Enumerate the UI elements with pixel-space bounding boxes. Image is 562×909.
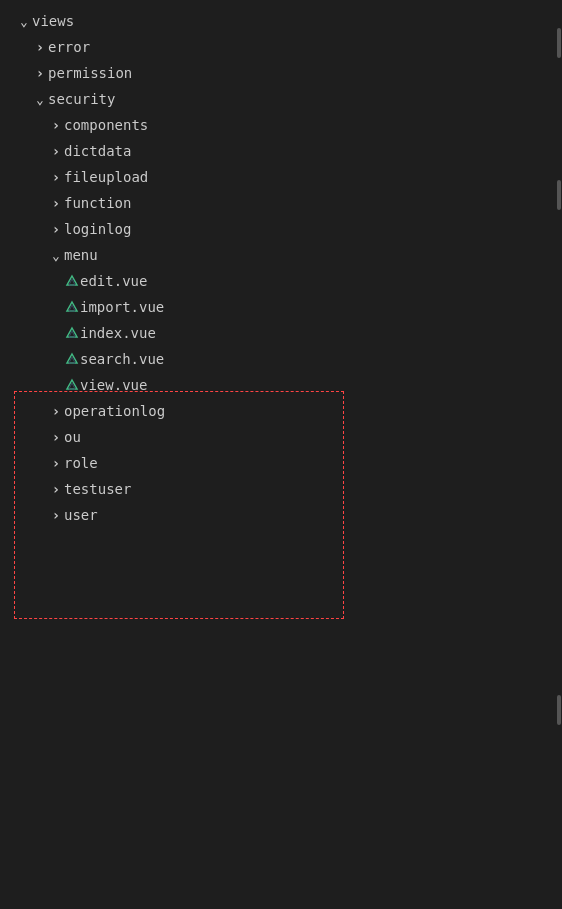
- vue-file-icon: [64, 377, 80, 393]
- chevron-right-icon: [48, 455, 64, 471]
- chevron-right-icon: [32, 65, 48, 81]
- vue-file-icon: [64, 351, 80, 367]
- chevron-down-icon: [32, 91, 48, 107]
- chevron-right-icon: [48, 117, 64, 133]
- tree-item-import-vue[interactable]: import.vue: [0, 294, 562, 320]
- item-label-role: role: [64, 455, 98, 471]
- item-label-index-vue: index.vue: [80, 325, 156, 341]
- item-label-search-vue: search.vue: [80, 351, 164, 367]
- chevron-right-icon: [48, 143, 64, 159]
- chevron-right-icon: [48, 195, 64, 211]
- tree-item-components[interactable]: components: [0, 112, 562, 138]
- chevron-right-icon: [48, 221, 64, 237]
- svg-marker-8: [67, 380, 77, 389]
- scrollbar-track[interactable]: [556, 0, 562, 909]
- file-tree: views error permission security componen…: [0, 0, 562, 909]
- item-label-views: views: [32, 13, 74, 29]
- tree-item-function[interactable]: function: [0, 190, 562, 216]
- tree-item-dictdata[interactable]: dictdata: [0, 138, 562, 164]
- item-label-menu: menu: [64, 247, 98, 263]
- chevron-right-icon: [32, 39, 48, 55]
- scrollbar-thumb-3[interactable]: [557, 695, 561, 725]
- tree-item-role[interactable]: role: [0, 450, 562, 476]
- chevron-right-icon: [48, 403, 64, 419]
- vue-file-icon: [64, 299, 80, 315]
- item-label-testuser: testuser: [64, 481, 131, 497]
- chevron-right-icon: [48, 169, 64, 185]
- tree-item-fileupload[interactable]: fileupload: [0, 164, 562, 190]
- item-label-operationlog: operationlog: [64, 403, 165, 419]
- tree-item-view-vue[interactable]: view.vue: [0, 372, 562, 398]
- scrollbar-thumb-1[interactable]: [557, 28, 561, 58]
- item-label-permission: permission: [48, 65, 132, 81]
- tree-item-user[interactable]: user: [0, 502, 562, 528]
- svg-marker-4: [67, 328, 77, 337]
- tree-item-loginlog[interactable]: loginlog: [0, 216, 562, 242]
- svg-marker-6: [67, 354, 77, 363]
- item-label-error: error: [48, 39, 90, 55]
- item-label-edit-vue: edit.vue: [80, 273, 147, 289]
- tree-item-testuser[interactable]: testuser: [0, 476, 562, 502]
- item-label-loginlog: loginlog: [64, 221, 131, 237]
- item-label-import-vue: import.vue: [80, 299, 164, 315]
- item-label-function: function: [64, 195, 131, 211]
- tree-item-security[interactable]: security: [0, 86, 562, 112]
- item-label-components: components: [64, 117, 148, 133]
- tree-item-search-vue[interactable]: search.vue: [0, 346, 562, 372]
- tree-item-operationlog[interactable]: operationlog: [0, 398, 562, 424]
- scrollbar-thumb-2[interactable]: [557, 180, 561, 210]
- item-label-user: user: [64, 507, 98, 523]
- tree-item-error[interactable]: error: [0, 34, 562, 60]
- tree-item-menu[interactable]: menu: [0, 242, 562, 268]
- vue-file-icon: [64, 325, 80, 341]
- svg-marker-2: [67, 302, 77, 311]
- item-label-dictdata: dictdata: [64, 143, 131, 159]
- chevron-down-icon: [48, 247, 64, 263]
- chevron-down-icon: [16, 13, 32, 29]
- chevron-right-icon: [48, 481, 64, 497]
- tree-item-edit-vue[interactable]: edit.vue: [0, 268, 562, 294]
- item-label-security: security: [48, 91, 115, 107]
- svg-marker-0: [67, 276, 77, 285]
- chevron-right-icon: [48, 429, 64, 445]
- item-label-view-vue: view.vue: [80, 377, 147, 393]
- tree-item-index-vue[interactable]: index.vue: [0, 320, 562, 346]
- chevron-right-icon: [48, 507, 64, 523]
- item-label-ou: ou: [64, 429, 81, 445]
- item-label-fileupload: fileupload: [64, 169, 148, 185]
- tree-item-ou[interactable]: ou: [0, 424, 562, 450]
- vue-file-icon: [64, 273, 80, 289]
- tree-item-permission[interactable]: permission: [0, 60, 562, 86]
- tree-item-views[interactable]: views: [0, 8, 562, 34]
